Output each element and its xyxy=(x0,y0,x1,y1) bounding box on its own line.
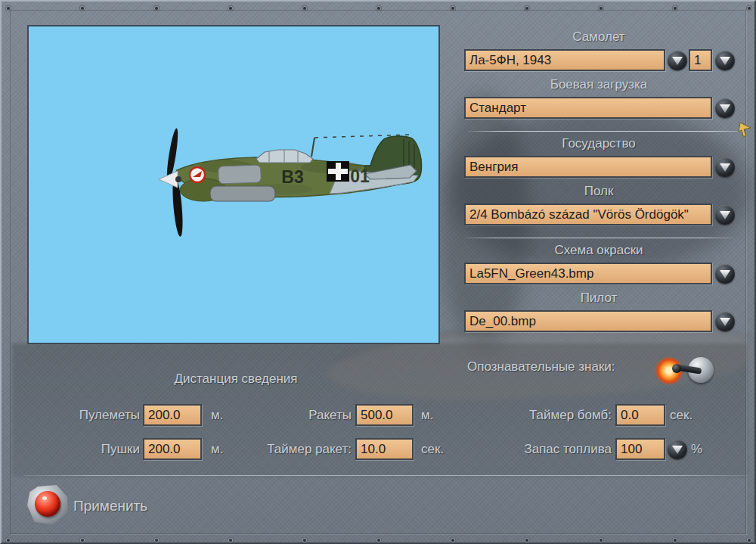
pilot-dropdown[interactable]: De_00.bmp xyxy=(464,310,712,332)
aircraft-preview-panel: B3 01 xyxy=(27,25,440,344)
apply-label: Применить xyxy=(73,498,147,514)
machineguns-field[interactable] xyxy=(143,404,202,426)
convergence-title: Дистанция сведения xyxy=(115,371,357,387)
side-number-text: 01 xyxy=(350,166,370,186)
rockets-unit: м. xyxy=(421,408,433,423)
bomb-timer-label: Таймер бомб: xyxy=(485,408,612,423)
chevron-down-icon xyxy=(720,318,730,326)
aircraft-count-field[interactable] xyxy=(689,49,712,71)
aircraft-arming-window: B3 01 Самолет Ла-5ФН, 1943 Боевая загруз… xyxy=(0,0,756,544)
apply-button[interactable] xyxy=(27,485,68,524)
exhaust-panel xyxy=(218,165,262,184)
rockets-label: Ракеты xyxy=(228,408,352,423)
rocket-timer-field[interactable] xyxy=(355,438,414,460)
divider xyxy=(24,475,746,476)
button-highlight xyxy=(42,496,47,500)
regiment-dropdown-button[interactable] xyxy=(715,205,735,225)
skin-label: Схема окраски xyxy=(464,243,733,258)
pilot-label: Пилот xyxy=(464,291,733,306)
country-dropdown[interactable]: Венгрия xyxy=(464,156,712,178)
country-label: Государство xyxy=(464,136,733,151)
chevron-down-icon xyxy=(720,104,730,113)
toggle-knob xyxy=(672,364,681,373)
fuel-dropdown-button[interactable] xyxy=(668,440,687,459)
chevron-down-icon xyxy=(720,57,730,65)
aircraft-dropdown-button[interactable] xyxy=(668,51,687,70)
regiment-label: Полк xyxy=(464,184,733,199)
chevron-down-icon xyxy=(672,446,683,454)
fuel-unit: % xyxy=(691,442,702,457)
regiment-dropdown[interactable]: 2/4 Bombázó század "Vörös Ördögök" xyxy=(464,204,712,225)
antenna-mast xyxy=(311,138,314,157)
screws-top xyxy=(4,4,755,13)
cannons-label: Пушки xyxy=(32,442,140,457)
divider xyxy=(465,238,733,238)
fuel-label: Запас топлива xyxy=(485,442,612,457)
machineguns-label: Пулеметы xyxy=(32,408,140,423)
cannons-field[interactable] xyxy=(143,438,202,460)
country-dropdown-button[interactable] xyxy=(715,157,735,177)
national-insignia xyxy=(327,161,349,182)
cannons-unit: м. xyxy=(211,442,223,457)
cursor-icon xyxy=(738,121,753,138)
aircraft-count-button[interactable] xyxy=(715,51,735,70)
skin-dropdown-button[interactable] xyxy=(715,264,735,284)
pilot-dropdown-button[interactable] xyxy=(715,312,735,331)
divider xyxy=(468,131,746,132)
chevron-down-icon xyxy=(672,57,683,65)
aircraft-dropdown[interactable]: Ла-5ФН, 1943 xyxy=(464,49,665,71)
markings-toggle[interactable] xyxy=(653,354,718,387)
loadout-label: Боевая загрузка xyxy=(464,77,733,92)
fuel-field[interactable] xyxy=(615,438,665,460)
propeller-hub xyxy=(175,176,181,182)
markings-label: Опознавательные знаки: xyxy=(467,359,615,375)
chevron-down-icon xyxy=(720,211,730,219)
skin-dropdown[interactable]: La5FN_Green43.bmp xyxy=(464,263,712,284)
chevron-down-icon xyxy=(720,163,730,172)
rocket-timer-unit: сек. xyxy=(421,442,444,457)
loadout-dropdown-button[interactable] xyxy=(715,98,735,118)
rocket-timer-label: Таймер ракет: xyxy=(228,442,352,457)
tactical-code-text: B3 xyxy=(281,167,303,187)
machineguns-unit: м. xyxy=(211,408,223,423)
rockets-field[interactable] xyxy=(355,404,414,426)
bomb-timer-field[interactable] xyxy=(615,404,665,426)
screws-bottom xyxy=(4,536,755,544)
belly-scoop xyxy=(210,186,275,201)
aircraft-label: Самолет xyxy=(464,30,733,45)
red-pushbutton-icon xyxy=(35,491,60,517)
chevron-down-icon xyxy=(720,270,730,278)
loadout-dropdown[interactable]: Стандарт xyxy=(464,97,712,119)
bomb-timer-unit: сек. xyxy=(670,408,692,423)
aircraft-side-view: B3 01 xyxy=(29,26,438,343)
